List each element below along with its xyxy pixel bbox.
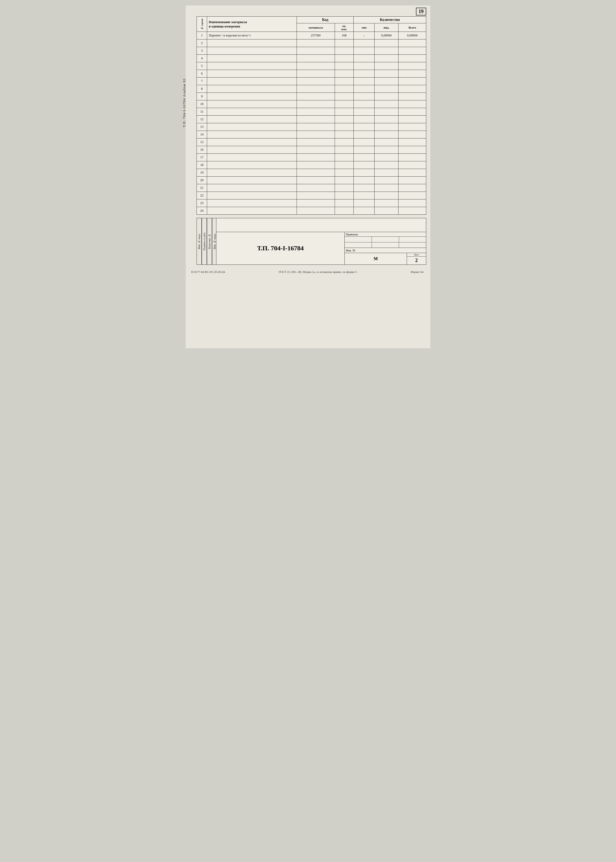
row-kod-mat-cell (297, 192, 335, 199)
row-tip-cell (354, 207, 374, 215)
side-label: Т.П. 704-I-16784 Альбом XI (182, 78, 187, 127)
row-num-cell: 11 (197, 108, 207, 116)
table-row: 2 (197, 39, 426, 47)
table-row: 20 (197, 176, 426, 184)
row-vsego-cell (399, 101, 426, 108)
row-tip-cell (354, 184, 374, 192)
row-num-cell: 9 (197, 93, 207, 101)
row-num-cell: 12 (197, 116, 207, 123)
main-table: № строки Наименование материала и единиц… (196, 16, 426, 215)
row-num-cell: 2 (197, 39, 207, 47)
row-vsego-cell (399, 131, 426, 139)
row-ed-izm-cell (335, 62, 354, 70)
row-tip-cell (354, 154, 374, 161)
row-ed-izm-cell (335, 85, 354, 93)
row-ed-izm-cell (335, 39, 354, 47)
row-kod-mat-cell (297, 154, 335, 161)
inv-no-row: Инв. № (345, 248, 426, 253)
table-header-row-1: № строки Наименование материала и единиц… (197, 17, 426, 24)
stamp-list-block: Лист 2 (407, 253, 426, 265)
row-ed-izm-cell: 168 (335, 32, 354, 39)
row-ed-izm-cell (335, 55, 354, 62)
row-kod-mat-cell (297, 39, 335, 47)
row-num-cell: 20 (197, 176, 207, 184)
row-name-cell (207, 161, 297, 169)
row-ed-izm-cell (335, 207, 354, 215)
row-tip-cell (354, 131, 374, 139)
row-num-cell: 7 (197, 77, 207, 85)
row-name-cell (207, 108, 297, 116)
row-ind-cell (374, 70, 399, 77)
row-ind-cell (374, 207, 399, 215)
row-kod-mat-cell (297, 55, 335, 62)
row-name-cell (207, 123, 297, 131)
row-ed-izm-cell (335, 108, 354, 116)
row-ed-izm-cell (335, 116, 354, 123)
table-row: 6 (197, 70, 426, 77)
row-ind-cell (374, 154, 399, 161)
row-name-cell (207, 39, 297, 47)
row-ed-izm-cell (335, 70, 354, 77)
row-name-cell (207, 70, 297, 77)
row-vsego-cell (399, 169, 426, 176)
row-ed-izm-cell (335, 47, 354, 55)
stamp-main-text: Т.П. 704-I-16784 (257, 244, 304, 252)
table-row: 3 (197, 47, 426, 55)
row-num-cell: 17 (197, 154, 207, 161)
row-vsego-cell (399, 199, 426, 207)
table-row: 15 (197, 139, 426, 146)
row-kod-mat-cell (297, 199, 335, 207)
row-vsego-cell (399, 47, 426, 55)
table-row: 16 (197, 146, 426, 154)
table-row: 19 (197, 169, 426, 176)
row-kod-mat-cell (297, 184, 335, 192)
row-ind-cell (374, 123, 399, 131)
row-tip-cell (354, 47, 374, 55)
row-name-cell (207, 101, 297, 108)
row-name-cell (207, 154, 297, 161)
row-name-cell (207, 207, 297, 215)
table-row: 14 (197, 131, 426, 139)
row-vsego-cell: 0,00066 (399, 32, 426, 39)
row-ind-cell (374, 85, 399, 93)
row-tip-cell (354, 169, 374, 176)
row-kod-mat-cell (297, 169, 335, 176)
row-ind-cell (374, 169, 399, 176)
stamp-col-inv-no-podl: Инв. № подл. (196, 218, 202, 265)
row-name-cell (207, 116, 297, 123)
row-tip-cell (354, 55, 374, 62)
row-num-cell: 8 (197, 85, 207, 93)
row-num-cell: 10 (197, 101, 207, 108)
bottom-area: Инв. № подл. Подпись и дата Взам инв. № … (196, 217, 426, 265)
row-tip-cell (354, 93, 374, 101)
row-vsego-cell (399, 55, 426, 62)
table-row: 9 (197, 93, 426, 101)
col-header-materiala: материала (297, 24, 335, 32)
row-kod-mat-cell (297, 116, 335, 123)
table-row: 18 (197, 161, 426, 169)
row-kod-mat-cell (297, 77, 335, 85)
row-kod-mat-cell (297, 131, 335, 139)
row-kod-mat-cell (297, 146, 335, 154)
row-num-cell: 5 (197, 62, 207, 70)
row-ed-izm-cell (335, 192, 354, 199)
table-row: 13 (197, 123, 426, 131)
row-vsego-cell (399, 123, 426, 131)
row-vsego-cell (399, 39, 426, 47)
row-ind-cell (374, 93, 399, 101)
row-ind-cell (374, 55, 399, 62)
row-vsego-cell (399, 70, 426, 77)
row-ind-cell (374, 199, 399, 207)
footer-right: Формат А4 (411, 271, 424, 273)
row-name-cell: Паронит / и изделия из него/ т (207, 32, 297, 39)
table-row: 10 (197, 101, 426, 108)
row-ed-izm-cell (335, 146, 354, 154)
privyazan-label: Привязан (345, 232, 426, 237)
row-tip-cell (354, 176, 374, 184)
row-tip-cell (354, 139, 374, 146)
row-num-cell: 24 (197, 207, 207, 215)
row-name-cell (207, 169, 297, 176)
row-name-cell (207, 62, 297, 70)
row-kod-mat-cell (297, 70, 335, 77)
stamp-list-num: 2 (407, 257, 426, 265)
